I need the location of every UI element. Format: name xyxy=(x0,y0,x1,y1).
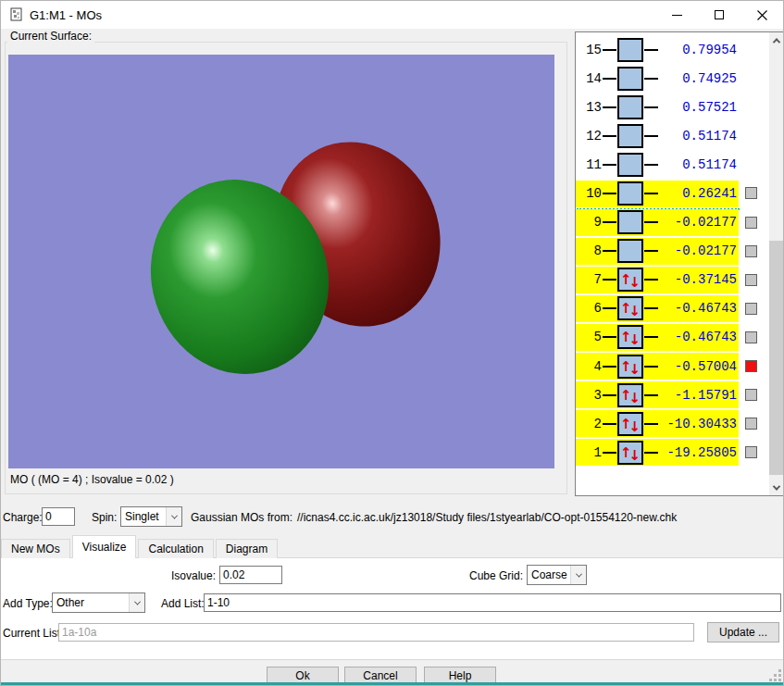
level-line xyxy=(603,366,616,368)
orbital-box[interactable] xyxy=(617,67,643,91)
resize-grip[interactable] xyxy=(770,670,781,681)
app-icon xyxy=(9,7,24,22)
mo-row-8[interactable]: 8-0.02177 xyxy=(576,237,769,266)
mo-energy: -0.02177 xyxy=(659,215,737,230)
mo-checkbox-2[interactable] xyxy=(745,418,757,430)
mo-checkbox-3[interactable] xyxy=(745,389,757,401)
charge-input[interactable] xyxy=(42,507,75,526)
level-line xyxy=(644,221,658,223)
level-line xyxy=(603,307,616,309)
level-line xyxy=(644,78,658,80)
mo-row-13[interactable]: 130.57521 xyxy=(576,93,769,121)
scroll-down-button[interactable] xyxy=(769,480,783,495)
orbital-box[interactable] xyxy=(617,95,643,119)
level-line xyxy=(644,193,658,194)
mo-checkbox-9[interactable] xyxy=(745,217,757,229)
mo-checkbox-6[interactable] xyxy=(745,303,757,315)
tab-new-mos[interactable]: New MOs xyxy=(1,539,70,558)
orbital-box[interactable]: ↑↓ xyxy=(617,355,643,379)
mo-row-10[interactable]: 100.26241 xyxy=(576,179,769,207)
mo-index: 8 xyxy=(579,243,602,258)
tab-visualize[interactable]: Visualize xyxy=(72,535,137,558)
orbital-box[interactable]: ↑↓ xyxy=(617,441,643,465)
level-line xyxy=(644,106,658,108)
minimize-button[interactable] xyxy=(655,1,698,29)
mo-row-band: 130.57521 xyxy=(576,94,739,120)
mo-row-5[interactable]: 5↑↓-0.46743 xyxy=(576,323,769,352)
orbital-box[interactable]: ↑↓ xyxy=(617,383,643,407)
orbital-box[interactable] xyxy=(617,38,643,62)
spin-down-arrow-icon: ↓ xyxy=(629,272,641,292)
mo-index: 13 xyxy=(579,100,602,115)
help-button-label: Help xyxy=(449,669,472,682)
spin-select[interactable]: Singlet xyxy=(120,506,182,527)
orbital-box[interactable]: ↑↓ xyxy=(617,268,643,292)
mo-row-12[interactable]: 120.51174 xyxy=(576,121,769,150)
mo-checkbox-7[interactable] xyxy=(745,274,757,286)
level-line xyxy=(644,423,658,425)
close-icon xyxy=(757,10,767,20)
current-list-label: Current List: xyxy=(3,627,63,640)
add-list-input[interactable] xyxy=(204,593,781,612)
mo-checkbox-4[interactable] xyxy=(745,360,757,372)
orbital-box[interactable] xyxy=(617,153,643,177)
mo-row-6[interactable]: 6↑↓-0.46743 xyxy=(576,294,769,323)
cube-grid-label: Cube Grid: xyxy=(469,569,523,582)
level-line xyxy=(644,366,658,368)
orbital-box[interactable]: ↑↓ xyxy=(617,412,643,436)
add-type-select[interactable]: Other xyxy=(52,592,145,613)
chevron-down-icon xyxy=(133,598,140,605)
mo-row-3[interactable]: 3↑↓-1.15791 xyxy=(576,380,769,409)
mo-row-15[interactable]: 150.79954 xyxy=(576,35,769,64)
mo-row-11[interactable]: 110.51174 xyxy=(576,150,769,179)
add-type-dropdown-button[interactable] xyxy=(129,593,144,612)
scroll-up-button[interactable] xyxy=(769,32,783,48)
maximize-button[interactable] xyxy=(698,1,740,29)
level-line xyxy=(603,250,616,252)
mo-row-1[interactable]: 1↑↓-19.25805 xyxy=(576,438,769,467)
desktop-edge xyxy=(1,682,783,685)
orbital-box[interactable] xyxy=(617,181,643,206)
level-line xyxy=(644,307,658,309)
mo-checkbox-5[interactable] xyxy=(745,331,757,343)
spin-value: Singlet xyxy=(121,510,166,523)
level-line xyxy=(603,221,616,223)
mo-checkbox-1[interactable] xyxy=(745,446,757,458)
mo-row-14[interactable]: 140.74925 xyxy=(576,64,769,93)
scrollbar-thumb[interactable] xyxy=(769,241,783,475)
cube-grid-select[interactable]: Coarse xyxy=(527,565,587,585)
mo-energy: 0.57521 xyxy=(659,100,737,115)
mo-index: 15 xyxy=(579,43,602,57)
isovalue-input[interactable] xyxy=(219,566,282,584)
mo-energy: -0.46743 xyxy=(659,301,737,316)
mo-index: 7 xyxy=(579,272,602,287)
tab-diagram[interactable]: Diagram xyxy=(216,539,278,558)
mo-row-2[interactable]: 2↑↓-10.30433 xyxy=(576,409,769,438)
mo-row-7[interactable]: 7↑↓-0.37145 xyxy=(576,266,769,294)
chevron-up-icon xyxy=(772,38,779,45)
mo-energy: -0.46743 xyxy=(659,330,737,344)
cube-grid-dropdown-button[interactable] xyxy=(570,566,586,584)
update-button[interactable]: Update ... xyxy=(707,622,779,642)
mo-index: 5 xyxy=(579,330,602,344)
close-button[interactable] xyxy=(740,1,783,29)
tab-calculation[interactable]: Calculation xyxy=(138,539,213,558)
mo-list-scrollbar[interactable] xyxy=(769,32,783,495)
add-type-label: Add Type: xyxy=(3,597,53,610)
mo-checkbox-10[interactable] xyxy=(745,187,757,199)
orbital-box[interactable]: ↑↓ xyxy=(617,296,643,320)
mo-row-4[interactable]: 4↑↓-0.57004 xyxy=(576,352,769,380)
orbital-box[interactable] xyxy=(617,124,643,148)
orbital-box[interactable] xyxy=(617,210,643,234)
orbital-box[interactable]: ↑↓ xyxy=(617,325,643,349)
ok-button-label: Ok xyxy=(295,669,309,682)
mo-checkbox-8[interactable] xyxy=(745,245,757,257)
source-label: Gaussian MOs from: xyxy=(191,511,292,524)
spin-dropdown-button[interactable] xyxy=(166,507,181,526)
current-list-input[interactable] xyxy=(58,623,694,642)
orbital-box[interactable] xyxy=(617,239,643,263)
mo-row-9[interactable]: 9-0.02177 xyxy=(576,208,769,237)
mo-3d-viewport[interactable] xyxy=(8,55,554,468)
spin-label: Spin: xyxy=(92,511,117,524)
minimize-icon xyxy=(672,15,682,16)
